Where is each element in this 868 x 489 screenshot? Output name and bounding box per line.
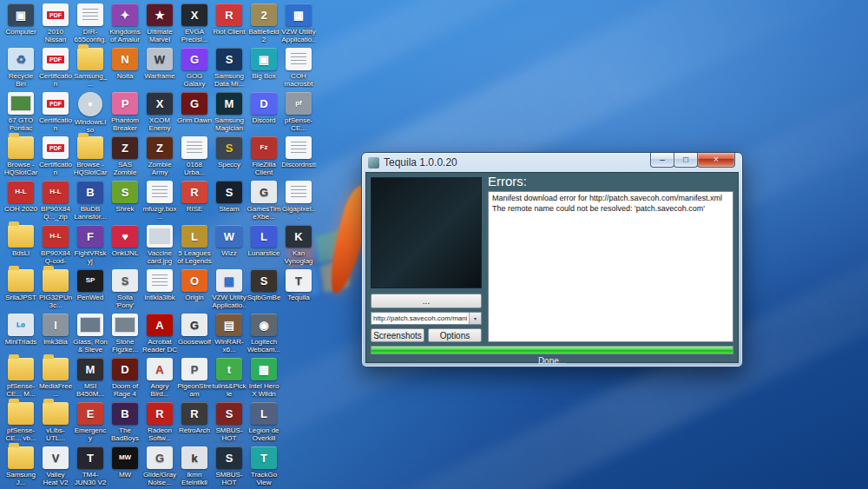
desktop-icon[interactable]: RRadeon Softw... [142,402,177,442]
desktop-icon[interactable]: COH macrosbt [281,48,316,88]
desktop-icon[interactable]: PIG32PUn3c... [38,269,73,309]
desktop-icon[interactable]: mfuzgr.box... [142,181,177,221]
desktop-icon[interactable]: llmk38ia [38,314,73,346]
desktop-icon[interactable]: ▦Intel Hero X Wlldn Drlv... [247,358,281,399]
desktop-icon[interactable]: KKan Vynoglag [281,225,316,265]
desktop-icon[interactable]: XEVGA Precisi... [177,3,212,43]
browse-button[interactable]: ... [371,294,482,308]
desktop-icon[interactable]: ZSAS Zombie Assau... [108,136,142,177]
desktop-icon[interactable]: RRISE [177,181,212,213]
desktop-icon[interactable]: AAngry Bird... [142,358,177,398]
screenshots-button[interactable]: Screenshots [371,328,424,342]
desktop-icon[interactable]: Stone Figzke... [108,314,142,354]
desktop-icon[interactable]: FFightVRskyj [73,225,108,265]
desktop-icon[interactable]: LoMiniTriads [3,314,38,346]
desktop-icon[interactable]: ZZombie Army Trilogy [142,136,177,177]
desktop-icon[interactable]: AAcrobat Reader DC [142,314,177,354]
desktop-icon[interactable]: SSpeccy [212,136,247,169]
desktop-icon[interactable]: ✦Kingdoms of Amalur Re... [108,3,142,44]
desktop-icon[interactable]: DDoom of Rage 4 [108,358,142,398]
desktop-icon[interactable]: Browse - HQSlotCars... [73,136,108,177]
desktop-icon[interactable]: Intlkla3lbk [142,269,177,301]
desktop-icon[interactable]: SSteam [212,181,247,213]
desktop-icon[interactable]: BThe BadBoys [108,402,142,442]
desktop-icon[interactable]: ◉Logitech Webcam... [247,314,281,354]
desktop-icon[interactable]: Vaccine card.jpg [142,225,177,265]
desktop-icon[interactable]: GGlide/Gray Noise... [142,446,177,486]
desktop-icon[interactable]: SSMBUS-HOT Connect/Va... [212,402,247,443]
desktop-icon[interactable]: RRetroArch [177,402,212,434]
desktop-icon[interactable]: H-LBP90X84Q-cod-X86... [38,225,73,266]
desktop-icon[interactable]: 0168 Urba... [177,136,212,176]
desktop-icon[interactable]: L5 Leagues of Legends [177,225,212,265]
desktop-icon[interactable]: GGoosewolf [177,314,212,346]
desktop-icon[interactable]: ▤WinRAR-x6... [212,314,247,354]
desktop-icon[interactable]: Glass, Ron & Steve Figzke... [73,314,108,354]
desktop-icon[interactable]: VValley Heat V2 [38,446,73,486]
desktop-icon[interactable]: ▦VZW Utility Applicatio... [281,3,316,44]
desktop-icon[interactable]: XXCOM Enemy W... [142,92,177,133]
desktop-icon[interactable]: DIR-655config.bin [73,3,108,44]
desktop-icon[interactable]: PDFCertification Vaccinatio... [38,48,73,89]
desktop-icon[interactable]: pfSense-CE... M... [3,358,38,398]
desktop-icon[interactable]: SSolla 'Pony' [108,269,142,309]
desktop-icon[interactable]: MSamsung Magician [212,92,247,132]
minimize-button[interactable]: – [650,153,674,168]
desktop-icon[interactable]: WWarframe [142,48,177,80]
close-button[interactable]: × [697,153,735,168]
desktop-icon[interactable]: SSamsung Data Mi... [212,48,247,88]
desktop-icon[interactable]: MediaFree... [38,358,73,398]
maximize-button[interactable]: □ [674,153,698,168]
desktop-icon[interactable]: MWMW [108,446,142,479]
desktop-icon[interactable]: SSMBUS-HOT Special Fea... [212,446,247,487]
desktop-icon[interactable]: 2Battlefield 2 [247,3,281,43]
desktop-icon[interactable]: TTequila [281,269,316,301]
desktop-icon[interactable]: OOrigin [177,269,212,301]
desktop-icon[interactable]: LLegion de Overkill [247,402,281,442]
desktop-icon[interactable]: BdsLl [3,225,38,257]
desktop-icon[interactable]: TTM4-JUN30 V2 MIS-MISTY... [73,446,108,487]
desktop-icon[interactable]: PDF2010 Nissan 370Z Toun... [38,3,73,44]
desktop-icon[interactable]: H-LCOH 2020 [3,181,38,213]
desktop-icon[interactable]: FzFileZilla Client [247,136,281,176]
errors-textbox[interactable]: Manifest download error for http://patch… [488,191,733,342]
desktop-icon[interactable]: H-LBP90X84Q..._zip [38,181,73,221]
desktop-icon[interactable]: klkmn Etelntlkli [177,446,212,486]
desktop-icon[interactable]: PPhantom Breaker Batt... [108,92,142,133]
desktop-icon[interactable]: GGamesTimeXbe... [247,181,281,221]
desktop-icon[interactable]: EEmergency Landrome [73,402,108,443]
desktop-icon[interactable]: SrilaJPST [3,269,38,301]
desktop-icon[interactable]: ★Ultimate Marvel vs... [142,3,177,44]
desktop-icon[interactable]: Gigapixel... [281,181,316,221]
desktop-icon[interactable]: GGrim Dawn [177,92,212,124]
desktop-icon[interactable]: NNoita [108,48,142,80]
desktop-icon[interactable]: TTrackGo View [247,446,281,486]
manifest-url-combobox[interactable]: ▾ [371,312,482,325]
combo-dropdown-icon[interactable]: ▾ [469,313,481,324]
desktop-icon[interactable]: PDFCertification Vaccinatio... [38,92,73,133]
desktop-icon[interactable]: Samsung_... [73,48,108,88]
desktop-icon[interactable]: LLunarstice [247,225,281,257]
desktop-icon[interactable]: ▣Big Box [247,48,281,80]
desktop-icon[interactable]: ▦VZW Utility Applicatio... [212,269,247,310]
options-button[interactable]: Options [428,328,482,342]
desktop-icon[interactable]: PDFCertification Vaccinatio... [38,136,73,177]
desktop-icon[interactable]: MMSI B450M... [73,358,108,398]
desktop-icon[interactable]: ♻Recycle Bin [3,48,38,88]
desktop-icon[interactable]: pfpfSense-CE... [281,92,316,132]
desktop-icon[interactable]: SSqibGmBe [247,269,281,301]
desktop-icon[interactable]: Windows.iso [73,92,108,134]
desktop-icon[interactable]: DDiscord [247,92,281,124]
desktop-icon[interactable]: ♥OnklJNL [108,225,142,257]
desktop-icon[interactable]: Samsung J... [3,446,38,486]
desktop-icon[interactable]: Browse - HQSlotCars... [3,136,38,177]
desktop-icon[interactable]: GGOG Galaxy [177,48,212,88]
desktop-icon[interactable]: pfSense-CE... vb... [3,402,38,442]
desktop-icon[interactable]: ▣Computer [3,3,38,36]
desktop-icon[interactable]: 67 GTO Pontiac Blu... [3,92,38,133]
manifest-url-input[interactable] [372,313,469,324]
desktop-icon[interactable]: ttuilns&Pickle [212,358,247,398]
desktop-icon[interactable]: WWizz [212,225,247,257]
desktop-icon[interactable]: PPigeonStream Capstan [177,358,212,399]
desktop-icon[interactable]: BBluDB Lannstor... [73,181,108,221]
